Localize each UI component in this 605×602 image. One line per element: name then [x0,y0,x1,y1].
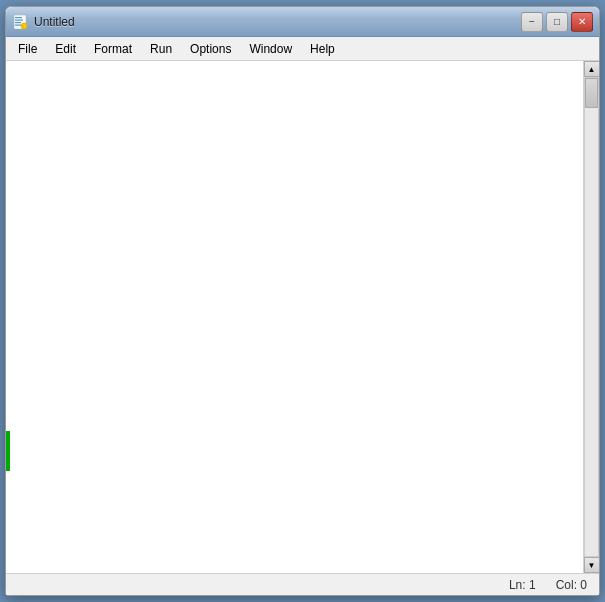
window-controls: − □ ✕ [521,12,593,32]
status-bar: Ln: 1 Col: 0 [6,573,599,595]
col-status: Col: 0 [556,578,587,592]
menu-item-help[interactable]: Help [302,40,343,58]
maximize-button[interactable]: □ [546,12,568,32]
scroll-down-button[interactable]: ▼ [584,557,600,573]
scrollbar-track [584,77,599,557]
menu-item-run[interactable]: Run [142,40,180,58]
svg-rect-1 [15,17,22,18]
window-title: Untitled [34,15,75,29]
scrollbar-thumb[interactable] [585,78,598,108]
app-icon: ! [12,14,28,30]
menu-item-options[interactable]: Options [182,40,239,58]
svg-rect-2 [15,19,23,20]
main-window: ! Untitled − □ ✕ FileEditFormatRunOption… [5,6,600,596]
menu-item-edit[interactable]: Edit [47,40,84,58]
scroll-up-button[interactable]: ▲ [584,61,600,77]
close-button[interactable]: ✕ [571,12,593,32]
text-editor[interactable] [6,61,583,573]
line-status: Ln: 1 [509,578,536,592]
menu-item-file[interactable]: File [10,40,45,58]
line-indicator [6,431,10,471]
svg-text:!: ! [23,24,24,29]
scrollbar-vertical[interactable]: ▲ ▼ [583,61,599,573]
editor-area: ▲ ▼ [6,61,599,573]
svg-rect-3 [15,22,21,23]
title-bar: ! Untitled − □ ✕ [6,7,599,37]
menu-item-format[interactable]: Format [86,40,140,58]
menu-item-window[interactable]: Window [241,40,300,58]
title-bar-left: ! Untitled [12,14,75,30]
minimize-button[interactable]: − [521,12,543,32]
menu-bar: FileEditFormatRunOptionsWindowHelp [6,37,599,61]
